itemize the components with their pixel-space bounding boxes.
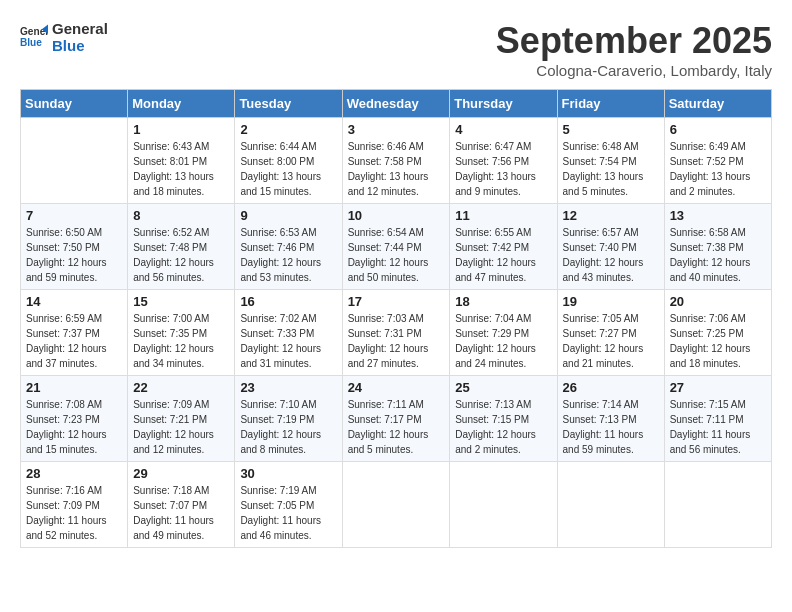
logo-icon: General Blue <box>20 23 48 51</box>
calendar-cell: 25Sunrise: 7:13 AMSunset: 7:15 PMDayligh… <box>450 376 557 462</box>
cell-content: Sunrise: 7:11 AMSunset: 7:17 PMDaylight:… <box>348 397 445 457</box>
day-number: 27 <box>670 380 766 395</box>
day-number: 18 <box>455 294 551 309</box>
calendar-cell: 13Sunrise: 6:58 AMSunset: 7:38 PMDayligh… <box>664 204 771 290</box>
cell-content: Sunrise: 7:02 AMSunset: 7:33 PMDaylight:… <box>240 311 336 371</box>
cell-content: Sunrise: 6:43 AMSunset: 8:01 PMDaylight:… <box>133 139 229 199</box>
cell-content: Sunrise: 7:10 AMSunset: 7:19 PMDaylight:… <box>240 397 336 457</box>
day-number: 23 <box>240 380 336 395</box>
day-number: 29 <box>133 466 229 481</box>
header-row: SundayMondayTuesdayWednesdayThursdayFrid… <box>21 90 772 118</box>
calendar-cell: 9Sunrise: 6:53 AMSunset: 7:46 PMDaylight… <box>235 204 342 290</box>
calendar-cell: 29Sunrise: 7:18 AMSunset: 7:07 PMDayligh… <box>128 462 235 548</box>
cell-content: Sunrise: 6:48 AMSunset: 7:54 PMDaylight:… <box>563 139 659 199</box>
cell-content: Sunrise: 7:13 AMSunset: 7:15 PMDaylight:… <box>455 397 551 457</box>
calendar-cell <box>664 462 771 548</box>
cell-content: Sunrise: 6:47 AMSunset: 7:56 PMDaylight:… <box>455 139 551 199</box>
calendar-cell: 2Sunrise: 6:44 AMSunset: 8:00 PMDaylight… <box>235 118 342 204</box>
calendar-cell: 18Sunrise: 7:04 AMSunset: 7:29 PMDayligh… <box>450 290 557 376</box>
calendar-cell: 4Sunrise: 6:47 AMSunset: 7:56 PMDaylight… <box>450 118 557 204</box>
svg-text:Blue: Blue <box>20 37 42 48</box>
day-number: 9 <box>240 208 336 223</box>
day-number: 14 <box>26 294 122 309</box>
day-number: 25 <box>455 380 551 395</box>
day-number: 24 <box>348 380 445 395</box>
calendar-cell: 1Sunrise: 6:43 AMSunset: 8:01 PMDaylight… <box>128 118 235 204</box>
calendar-table: SundayMondayTuesdayWednesdayThursdayFrid… <box>20 89 772 548</box>
day-number: 22 <box>133 380 229 395</box>
week-row-5: 28Sunrise: 7:16 AMSunset: 7:09 PMDayligh… <box>21 462 772 548</box>
calendar-cell: 5Sunrise: 6:48 AMSunset: 7:54 PMDaylight… <box>557 118 664 204</box>
cell-content: Sunrise: 7:04 AMSunset: 7:29 PMDaylight:… <box>455 311 551 371</box>
cell-content: Sunrise: 7:18 AMSunset: 7:07 PMDaylight:… <box>133 483 229 543</box>
day-number: 20 <box>670 294 766 309</box>
day-number: 15 <box>133 294 229 309</box>
cell-content: Sunrise: 7:16 AMSunset: 7:09 PMDaylight:… <box>26 483 122 543</box>
day-number: 1 <box>133 122 229 137</box>
calendar-cell: 23Sunrise: 7:10 AMSunset: 7:19 PMDayligh… <box>235 376 342 462</box>
day-number: 28 <box>26 466 122 481</box>
calendar-cell: 28Sunrise: 7:16 AMSunset: 7:09 PMDayligh… <box>21 462 128 548</box>
cell-content: Sunrise: 6:46 AMSunset: 7:58 PMDaylight:… <box>348 139 445 199</box>
cell-content: Sunrise: 6:49 AMSunset: 7:52 PMDaylight:… <box>670 139 766 199</box>
cell-content: Sunrise: 6:53 AMSunset: 7:46 PMDaylight:… <box>240 225 336 285</box>
calendar-cell: 27Sunrise: 7:15 AMSunset: 7:11 PMDayligh… <box>664 376 771 462</box>
day-header-sunday: Sunday <box>21 90 128 118</box>
cell-content: Sunrise: 7:19 AMSunset: 7:05 PMDaylight:… <box>240 483 336 543</box>
calendar-cell: 22Sunrise: 7:09 AMSunset: 7:21 PMDayligh… <box>128 376 235 462</box>
cell-content: Sunrise: 6:44 AMSunset: 8:00 PMDaylight:… <box>240 139 336 199</box>
calendar-cell <box>342 462 450 548</box>
cell-content: Sunrise: 7:15 AMSunset: 7:11 PMDaylight:… <box>670 397 766 457</box>
week-row-4: 21Sunrise: 7:08 AMSunset: 7:23 PMDayligh… <box>21 376 772 462</box>
calendar-cell: 15Sunrise: 7:00 AMSunset: 7:35 PMDayligh… <box>128 290 235 376</box>
month-title: September 2025 <box>496 20 772 62</box>
calendar-cell: 10Sunrise: 6:54 AMSunset: 7:44 PMDayligh… <box>342 204 450 290</box>
day-header-thursday: Thursday <box>450 90 557 118</box>
calendar-cell <box>450 462 557 548</box>
day-number: 3 <box>348 122 445 137</box>
cell-content: Sunrise: 6:50 AMSunset: 7:50 PMDaylight:… <box>26 225 122 285</box>
calendar-cell: 17Sunrise: 7:03 AMSunset: 7:31 PMDayligh… <box>342 290 450 376</box>
cell-content: Sunrise: 6:54 AMSunset: 7:44 PMDaylight:… <box>348 225 445 285</box>
calendar-cell: 11Sunrise: 6:55 AMSunset: 7:42 PMDayligh… <box>450 204 557 290</box>
day-number: 10 <box>348 208 445 223</box>
cell-content: Sunrise: 6:59 AMSunset: 7:37 PMDaylight:… <box>26 311 122 371</box>
week-row-3: 14Sunrise: 6:59 AMSunset: 7:37 PMDayligh… <box>21 290 772 376</box>
day-number: 16 <box>240 294 336 309</box>
cell-content: Sunrise: 7:00 AMSunset: 7:35 PMDaylight:… <box>133 311 229 371</box>
day-number: 8 <box>133 208 229 223</box>
cell-content: Sunrise: 6:52 AMSunset: 7:48 PMDaylight:… <box>133 225 229 285</box>
calendar-cell: 26Sunrise: 7:14 AMSunset: 7:13 PMDayligh… <box>557 376 664 462</box>
day-number: 5 <box>563 122 659 137</box>
calendar-cell: 16Sunrise: 7:02 AMSunset: 7:33 PMDayligh… <box>235 290 342 376</box>
calendar-cell: 8Sunrise: 6:52 AMSunset: 7:48 PMDaylight… <box>128 204 235 290</box>
calendar-cell: 3Sunrise: 6:46 AMSunset: 7:58 PMDaylight… <box>342 118 450 204</box>
calendar-cell: 21Sunrise: 7:08 AMSunset: 7:23 PMDayligh… <box>21 376 128 462</box>
day-number: 30 <box>240 466 336 481</box>
day-number: 26 <box>563 380 659 395</box>
calendar-cell <box>557 462 664 548</box>
cell-content: Sunrise: 6:57 AMSunset: 7:40 PMDaylight:… <box>563 225 659 285</box>
calendar-cell: 12Sunrise: 6:57 AMSunset: 7:40 PMDayligh… <box>557 204 664 290</box>
day-header-saturday: Saturday <box>664 90 771 118</box>
cell-content: Sunrise: 7:08 AMSunset: 7:23 PMDaylight:… <box>26 397 122 457</box>
day-header-monday: Monday <box>128 90 235 118</box>
day-number: 6 <box>670 122 766 137</box>
logo: General Blue General Blue <box>20 20 108 54</box>
logo-blue: Blue <box>52 37 108 54</box>
calendar-cell: 24Sunrise: 7:11 AMSunset: 7:17 PMDayligh… <box>342 376 450 462</box>
day-number: 21 <box>26 380 122 395</box>
day-header-tuesday: Tuesday <box>235 90 342 118</box>
cell-content: Sunrise: 6:55 AMSunset: 7:42 PMDaylight:… <box>455 225 551 285</box>
calendar-cell <box>21 118 128 204</box>
cell-content: Sunrise: 7:09 AMSunset: 7:21 PMDaylight:… <box>133 397 229 457</box>
day-header-wednesday: Wednesday <box>342 90 450 118</box>
week-row-2: 7Sunrise: 6:50 AMSunset: 7:50 PMDaylight… <box>21 204 772 290</box>
logo-general: General <box>52 20 108 37</box>
cell-content: Sunrise: 7:14 AMSunset: 7:13 PMDaylight:… <box>563 397 659 457</box>
calendar-cell: 30Sunrise: 7:19 AMSunset: 7:05 PMDayligh… <box>235 462 342 548</box>
week-row-1: 1Sunrise: 6:43 AMSunset: 8:01 PMDaylight… <box>21 118 772 204</box>
cell-content: Sunrise: 7:05 AMSunset: 7:27 PMDaylight:… <box>563 311 659 371</box>
calendar-cell: 19Sunrise: 7:05 AMSunset: 7:27 PMDayligh… <box>557 290 664 376</box>
cell-content: Sunrise: 7:03 AMSunset: 7:31 PMDaylight:… <box>348 311 445 371</box>
